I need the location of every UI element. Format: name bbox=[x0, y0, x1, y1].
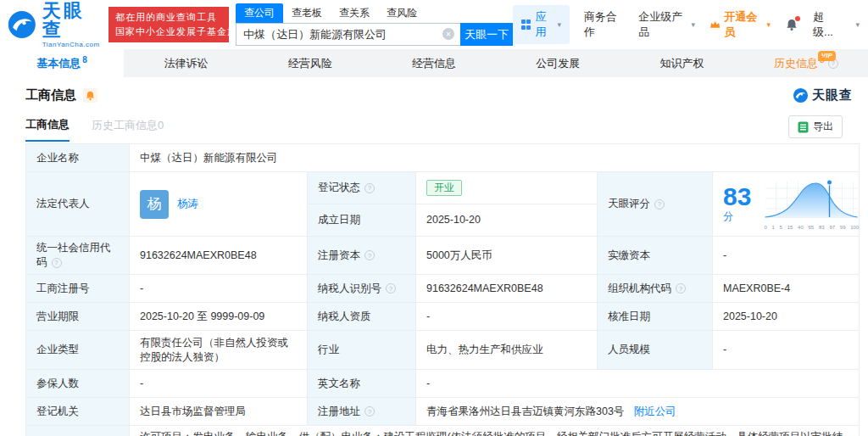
monitor-bell-button[interactable] bbox=[83, 88, 97, 103]
taxpayer-quality-value: - bbox=[416, 303, 598, 331]
org-code-label: 组织机构代码? bbox=[598, 275, 713, 303]
tab-intellectual-property[interactable]: 知识产权 bbox=[620, 49, 743, 77]
reg-address-value: 青海省果洛州达日县吉迈镇黄河东路303号 bbox=[426, 405, 624, 417]
business-info-table: 企业名称 中煤（达日）新能源有限公司 法定代表人 杨 杨涛 登记状态? 开业 天… bbox=[25, 143, 860, 436]
reg-number-label: 工商注册号 bbox=[26, 275, 130, 303]
tab-count: 8 bbox=[82, 55, 87, 64]
export-doc-icon bbox=[798, 121, 809, 133]
avatar: 杨 bbox=[140, 190, 169, 219]
export-label: 导出 bbox=[813, 120, 833, 134]
score-label: 天眼评分? bbox=[598, 172, 713, 237]
tianyancha-logo-icon bbox=[793, 87, 809, 103]
subtab-history-business-info[interactable]: 历史工商信息0 bbox=[92, 118, 164, 141]
table-row: 营业期限 2025-10-20 至 9999-09-09 纳税人资质 - 核准日… bbox=[26, 303, 860, 331]
clear-search-icon[interactable]: ✕ bbox=[442, 28, 454, 40]
search-block: 查公司 查老板 查关系 查风险 ✕ 天眼一下 bbox=[236, 3, 513, 46]
tab-legal-litigation[interactable]: 法律诉讼 bbox=[124, 49, 248, 77]
notification-dot bbox=[795, 16, 800, 21]
search-tab-boss[interactable]: 查老板 bbox=[283, 3, 331, 23]
help-icon[interactable]: ? bbox=[52, 258, 62, 268]
paid-capital-value: - bbox=[713, 237, 860, 275]
subtab-count: 0 bbox=[158, 119, 164, 131]
open-vip-label: 开通会员 bbox=[724, 9, 763, 40]
tab-basic-info[interactable]: 基本信息 8 bbox=[0, 49, 124, 77]
tianyancha-logo[interactable]: 天眼查 TianYanCha.com bbox=[7, 2, 102, 48]
promo-banner: 都在用的商业查询工具 国家中小企业发展子基金旗下机构 bbox=[108, 7, 229, 42]
promo-line2: 国家中小企业发展子基金旗下机构 bbox=[115, 25, 222, 39]
main-content: 工商信息 天眼查 工商信息 历史工商信息0 bbox=[0, 77, 868, 436]
legal-rep-cell: 杨 杨涛 bbox=[130, 172, 308, 237]
subtab-business-info[interactable]: 工商信息 bbox=[25, 117, 70, 142]
score-distribution-chart[interactable]: 015154065839799100 bbox=[761, 178, 861, 230]
help-icon[interactable]: ? bbox=[654, 199, 665, 210]
open-vip-link[interactable]: 开通会员 ▾ bbox=[709, 9, 771, 40]
help-icon[interactable]: ? bbox=[386, 283, 396, 293]
reg-address-cell: 青海省果洛州达日县吉迈镇黄河东路303号 附近公司 bbox=[416, 398, 860, 426]
table-row: 企业名称 中煤（达日）新能源有限公司 bbox=[26, 144, 860, 172]
reg-address-label: 注册地址? bbox=[308, 398, 416, 426]
apps-grid-icon bbox=[521, 20, 531, 30]
company-name-value: 中煤（达日）新能源有限公司 bbox=[130, 144, 860, 172]
company-type-label: 企业类型 bbox=[26, 331, 130, 370]
search-input[interactable] bbox=[236, 23, 460, 46]
help-icon[interactable]: ? bbox=[364, 183, 375, 193]
legal-rep-link[interactable]: 杨涛 bbox=[177, 197, 198, 211]
top-header: 天眼查 TianYanCha.com 都在用的商业查询工具 国家中小企业发展子基… bbox=[0, 0, 868, 49]
search-button[interactable]: 天眼一下 bbox=[460, 23, 513, 46]
export-button[interactable]: 导出 bbox=[788, 115, 843, 138]
search-tab-company[interactable]: 查公司 bbox=[236, 3, 283, 23]
score-axis: 015154065839799100 bbox=[764, 225, 859, 230]
industry-label: 行业 bbox=[308, 331, 416, 370]
legal-rep-label: 法定代表人 bbox=[26, 172, 130, 237]
search-tabs: 查公司 查老板 查关系 查风险 bbox=[236, 3, 513, 23]
notifications-bell[interactable] bbox=[785, 18, 798, 31]
reg-status-value: 开业 bbox=[416, 172, 598, 204]
tab-operation-info[interactable]: 经营信息 bbox=[372, 49, 496, 77]
search-tab-risk[interactable]: 查风险 bbox=[378, 3, 426, 23]
search-tab-relation[interactable]: 查关系 bbox=[331, 3, 378, 23]
help-icon[interactable]: ? bbox=[364, 250, 375, 260]
english-name-label: 英文名称 bbox=[308, 370, 416, 398]
table-row: 企业类型 有限责任公司（非自然人投资或控股的法人独资） 行业 电力、热力生产和供… bbox=[26, 331, 860, 370]
enterprise-products-menu[interactable]: 企业级产品 ▾ bbox=[638, 9, 695, 40]
tianyancha-watermark: 天眼查 bbox=[793, 87, 853, 103]
chevron-down-icon[interactable]: ▾ bbox=[855, 20, 860, 29]
table-row: 工商注册号 - 纳税人识别号? 91632624MAEXR0BE48 组织机构代… bbox=[26, 275, 860, 303]
taxpayer-id-value: 91632624MAEXR0BE48 bbox=[416, 275, 598, 303]
tab-history-info[interactable]: VIP 历史信息 3 ? bbox=[744, 49, 868, 77]
tab-company-development[interactable]: 公司发展 bbox=[496, 49, 620, 77]
staff-size-value: - bbox=[713, 331, 860, 370]
taxpayer-quality-label: 纳税人资质 bbox=[308, 303, 416, 331]
help-icon[interactable]: ? bbox=[676, 283, 686, 293]
score-cell: 83分 bbox=[713, 172, 860, 237]
logo-name: 天眼查 bbox=[42, 2, 102, 39]
section-title: 工商信息 bbox=[25, 87, 76, 103]
apps-label: 应用 bbox=[535, 9, 553, 40]
industry-value: 电力、热力生产和供应业 bbox=[416, 331, 598, 370]
chevron-down-icon: ▾ bbox=[558, 20, 562, 29]
bell-icon bbox=[85, 90, 96, 101]
tab-label: 知识产权 bbox=[660, 56, 704, 71]
table-row: 登记机关 达日县市场监督管理局 注册地址? 青海省果洛州达日县吉迈镇黄河东路30… bbox=[26, 398, 860, 426]
taxpayer-id-label: 纳税人识别号? bbox=[308, 275, 416, 303]
tab-count: 3 bbox=[820, 55, 825, 64]
business-cooperation-link[interactable]: 商务合作 bbox=[584, 9, 624, 40]
business-term-label: 营业期限 bbox=[26, 303, 130, 331]
help-icon[interactable]: ? bbox=[364, 406, 375, 416]
table-row: 法定代表人 杨 杨涛 登记状态? 开业 天眼评分? 83分 bbox=[26, 172, 860, 204]
approval-date-label: 核准日期 bbox=[598, 303, 713, 331]
subtab-label: 历史工商信息 bbox=[92, 119, 158, 131]
reg-authority-label: 登记机关 bbox=[26, 398, 130, 426]
reg-capital-label: 注册资本? bbox=[308, 237, 416, 275]
tab-label: 历史信息 bbox=[774, 56, 818, 71]
user-menu[interactable]: 超级... bbox=[813, 9, 841, 40]
enterprise-products-label: 企业级产品 bbox=[638, 9, 687, 40]
nearby-companies-link[interactable]: 附近公司 bbox=[634, 405, 676, 417]
org-code-value: MAEXR0BE-4 bbox=[713, 275, 860, 303]
staff-size-label: 人员规模 bbox=[598, 331, 713, 370]
tab-operation-risk[interactable]: 经营风险 bbox=[248, 49, 372, 77]
tianyancha-logo-icon bbox=[7, 8, 37, 41]
apps-menu[interactable]: 应用 ▾ bbox=[513, 5, 570, 44]
approval-date-value: 2025-10-20 bbox=[713, 303, 860, 331]
paid-capital-label: 实缴资本 bbox=[598, 237, 713, 275]
